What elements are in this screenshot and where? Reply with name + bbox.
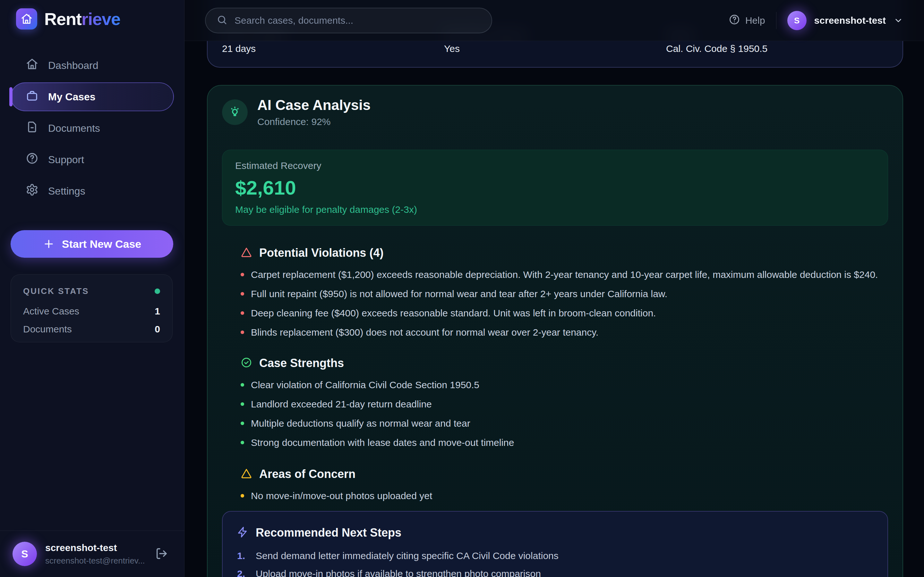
field-value: 21 days bbox=[222, 43, 444, 54]
help-label: Help bbox=[745, 15, 765, 26]
help-icon bbox=[729, 14, 740, 27]
strengths-heading: Case Strengths bbox=[241, 356, 888, 370]
sidebar-item-support[interactable]: Support bbox=[0, 144, 184, 175]
recovery-note: May be eligible for penalty damages (2-3… bbox=[235, 204, 875, 215]
section-title: Recommended Next Steps bbox=[256, 526, 401, 540]
sidebar-item-label: My Cases bbox=[48, 91, 95, 103]
brand-primary: Rent bbox=[44, 9, 81, 29]
sidebar-item-label: Support bbox=[48, 154, 84, 166]
sidebar: Rentrieve Dashboard My Cases bbox=[0, 0, 184, 577]
stat-value: 0 bbox=[155, 324, 160, 335]
field-value: Yes bbox=[444, 43, 666, 54]
logout-button[interactable] bbox=[155, 547, 168, 561]
user-menu[interactable]: S screenshot-test bbox=[787, 11, 903, 30]
avatar: S bbox=[13, 542, 37, 566]
document-icon bbox=[26, 121, 39, 136]
header-right-cluster: Help S screenshot-test bbox=[729, 0, 903, 41]
app-root: Return Deadline 21 days Itemization Requ… bbox=[0, 0, 924, 577]
recovery-amount: $2,610 bbox=[235, 176, 875, 199]
sidebar-item-label: Documents bbox=[48, 122, 100, 134]
stat-value: 1 bbox=[155, 306, 160, 317]
violations-section: Potential Violations (4) Carpet replacem… bbox=[241, 246, 888, 338]
chevron-down-icon bbox=[893, 16, 903, 25]
sidebar-item-settings[interactable]: Settings bbox=[0, 175, 184, 207]
ai-confidence: Confidence: 92% bbox=[257, 116, 371, 127]
quick-stats-header: QUICK STATS bbox=[23, 286, 160, 296]
stat-row-active-cases: Active Cases 1 bbox=[23, 306, 160, 317]
next-steps-heading: Recommended Next Steps bbox=[237, 526, 873, 540]
violations-list: Carpet replacement ($1,200) exceeds reas… bbox=[241, 269, 888, 338]
brand-secondary: rieve bbox=[81, 9, 120, 29]
list-item: Clear violation of California Civil Code… bbox=[241, 380, 888, 390]
sidebar-item-documents[interactable]: Documents bbox=[0, 113, 184, 144]
list-item: Landlord exceeded 21-day return deadline bbox=[241, 399, 888, 410]
strengths-list: Clear violation of California Civil Code… bbox=[241, 380, 888, 448]
app-logo[interactable]: Rentrieve bbox=[16, 8, 120, 29]
search-icon bbox=[216, 15, 228, 27]
list-item: 1. Send demand letter immediately citing… bbox=[237, 550, 873, 561]
help-button[interactable]: Help bbox=[729, 14, 765, 27]
concerns-heading: Areas of Concern bbox=[241, 467, 888, 481]
home-icon bbox=[26, 58, 39, 73]
list-item: No move-in/move-out photos uploaded yet bbox=[241, 490, 888, 501]
lightbulb-icon bbox=[222, 99, 248, 125]
step-text: Upload move-in photos if available to st… bbox=[256, 568, 541, 577]
sidebar-user-info: screenshot-test screenshot-test@rentriev… bbox=[45, 542, 147, 566]
list-item: Blinds replacement ($300) does not accou… bbox=[241, 327, 888, 338]
next-steps-box: Recommended Next Steps 1. Send demand le… bbox=[222, 511, 888, 577]
list-item: Deep cleaning fee ($400) exceeds reasona… bbox=[241, 308, 888, 319]
user-email: screenshot-test@rentriev... bbox=[45, 556, 147, 566]
step-number: 2. bbox=[237, 568, 251, 577]
estimated-recovery-box: Estimated Recovery $2,610 May be eligibl… bbox=[222, 150, 888, 226]
sidebar-user-section: S screenshot-test screenshot-test@rentri… bbox=[0, 530, 184, 577]
stat-label: Documents bbox=[23, 324, 72, 335]
ai-analysis-titles: AI Case Analysis Confidence: 92% bbox=[257, 97, 371, 127]
concerns-section: Areas of Concern No move-in/move-out pho… bbox=[241, 467, 888, 501]
user-name: screenshot-test bbox=[45, 542, 147, 553]
gear-icon bbox=[26, 183, 39, 199]
sidebar-item-dashboard[interactable]: Dashboard bbox=[0, 50, 184, 81]
warning-triangle-icon bbox=[241, 468, 252, 480]
help-circle-icon bbox=[26, 152, 39, 167]
ai-analysis-header: AI Case Analysis Confidence: 92% bbox=[222, 97, 888, 127]
stat-label: Active Cases bbox=[23, 306, 79, 317]
status-dot bbox=[155, 288, 160, 294]
field-value: Cal. Civ. Code § 1950.5 bbox=[666, 43, 888, 54]
sidebar-item-label: Dashboard bbox=[48, 60, 99, 71]
sidebar-nav: Dashboard My Cases Documents bbox=[0, 50, 184, 207]
plus-icon bbox=[43, 238, 55, 250]
quick-stats-card: QUICK STATS Active Cases 1 Documents 0 bbox=[11, 274, 173, 342]
logout-icon bbox=[155, 547, 168, 560]
list-item: Multiple deductions qualify as normal we… bbox=[241, 418, 888, 429]
warning-triangle-icon bbox=[241, 247, 252, 259]
step-number: 1. bbox=[237, 550, 251, 561]
home-icon bbox=[16, 8, 37, 29]
section-title: Potential Violations (4) bbox=[259, 246, 383, 259]
section-title: Case Strengths bbox=[259, 356, 344, 370]
next-steps-list: 1. Send demand letter immediately citing… bbox=[237, 550, 873, 577]
strengths-section: Case Strengths Clear violation of Califo… bbox=[241, 356, 888, 448]
section-title: Areas of Concern bbox=[259, 467, 355, 481]
stat-row-documents: Documents 0 bbox=[23, 324, 160, 335]
top-header: Help S screenshot-test bbox=[184, 0, 924, 41]
search-input[interactable] bbox=[234, 15, 481, 26]
list-item: Full unit repaint ($950) is not allowed … bbox=[241, 288, 888, 300]
active-nav-accent bbox=[9, 87, 13, 106]
user-menu-name: screenshot-test bbox=[814, 15, 886, 26]
start-new-case-label: Start New Case bbox=[62, 238, 142, 250]
lightning-bolt-icon bbox=[237, 526, 249, 539]
start-new-case-button[interactable]: Start New Case bbox=[11, 230, 173, 258]
violations-heading: Potential Violations (4) bbox=[241, 246, 888, 259]
search-bar[interactable] bbox=[205, 8, 492, 33]
ai-analysis-title: AI Case Analysis bbox=[257, 97, 371, 113]
list-item: Strong documentation with lease dates an… bbox=[241, 437, 888, 448]
ai-analysis-card: AI Case Analysis Confidence: 92% Estimat… bbox=[207, 85, 903, 577]
list-item: Carpet replacement ($1,200) exceeds reas… bbox=[241, 269, 888, 280]
sidebar-item-label: Settings bbox=[48, 185, 86, 197]
step-text: Send demand letter immediately citing sp… bbox=[256, 550, 559, 561]
sidebar-item-my-cases[interactable]: My Cases bbox=[0, 81, 184, 113]
recovery-label: Estimated Recovery bbox=[235, 160, 875, 171]
concerns-list: No move-in/move-out photos uploaded yet bbox=[241, 490, 888, 501]
list-item: 2. Upload move-in photos if available to… bbox=[237, 568, 873, 577]
quick-stats-title: QUICK STATS bbox=[23, 286, 89, 296]
